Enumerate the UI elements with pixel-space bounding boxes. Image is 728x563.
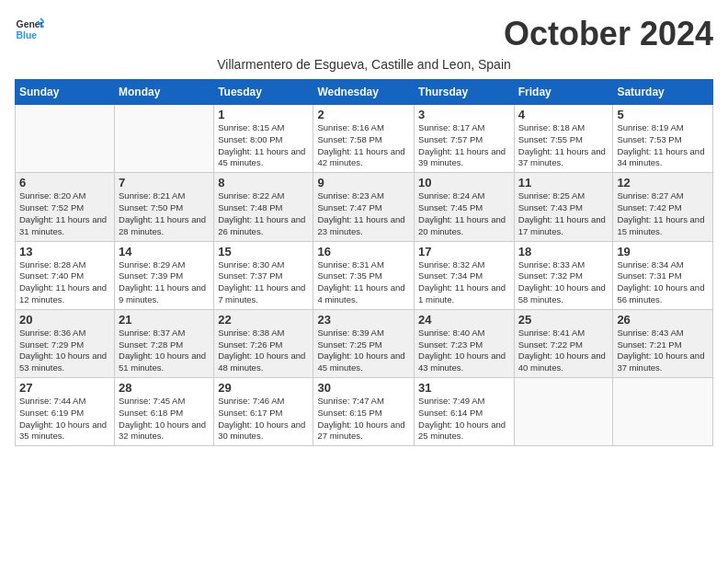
day-info: Sunrise: 8:23 AMSunset: 7:47 PMDaylight:… <box>317 190 410 237</box>
table-row: 18Sunrise: 8:33 AMSunset: 7:32 PMDayligh… <box>514 241 613 309</box>
day-number: 17 <box>418 245 510 259</box>
day-number: 2 <box>317 108 410 121</box>
day-number: 21 <box>119 313 210 327</box>
day-number: 26 <box>617 313 709 327</box>
day-number: 31 <box>418 381 510 395</box>
day-info: Sunrise: 8:33 AMSunset: 7:32 PMDaylight:… <box>518 259 609 306</box>
day-number: 9 <box>317 176 410 190</box>
day-info: Sunrise: 8:22 AMSunset: 7:48 PMDaylight:… <box>218 190 309 237</box>
table-row: 17Sunrise: 8:32 AMSunset: 7:34 PMDayligh… <box>415 241 515 309</box>
calendar-week-row: 27Sunrise: 7:44 AMSunset: 6:19 PMDayligh… <box>16 378 713 446</box>
day-number: 18 <box>518 245 609 259</box>
day-info: Sunrise: 8:20 AMSunset: 7:52 PMDaylight:… <box>19 190 110 237</box>
header-wednesday: Wednesday <box>313 80 415 105</box>
table-row: 23Sunrise: 8:39 AMSunset: 7:25 PMDayligh… <box>313 309 415 377</box>
day-number: 16 <box>317 245 410 259</box>
table-row: 20Sunrise: 8:36 AMSunset: 7:29 PMDayligh… <box>16 309 115 377</box>
day-info: Sunrise: 8:19 AMSunset: 7:53 PMDaylight:… <box>617 122 709 169</box>
day-info: Sunrise: 8:25 AMSunset: 7:43 PMDaylight:… <box>518 190 609 237</box>
table-row: 29Sunrise: 7:46 AMSunset: 6:17 PMDayligh… <box>214 378 313 446</box>
day-info: Sunrise: 8:29 AMSunset: 7:39 PMDaylight:… <box>119 259 210 306</box>
day-info: Sunrise: 8:27 AMSunset: 7:42 PMDaylight:… <box>617 190 709 237</box>
table-row: 27Sunrise: 7:44 AMSunset: 6:19 PMDayligh… <box>16 378 115 446</box>
calendar-table: Sunday Monday Tuesday Wednesday Thursday… <box>15 79 713 446</box>
table-row: 7Sunrise: 8:21 AMSunset: 7:50 PMDaylight… <box>115 173 214 241</box>
table-row: 25Sunrise: 8:41 AMSunset: 7:22 PMDayligh… <box>514 309 613 377</box>
day-number: 5 <box>617 108 709 121</box>
table-row: 6Sunrise: 8:20 AMSunset: 7:52 PMDaylight… <box>16 173 115 241</box>
table-row: 3Sunrise: 8:17 AMSunset: 7:57 PMDaylight… <box>415 105 515 173</box>
day-info: Sunrise: 7:44 AMSunset: 6:19 PMDaylight:… <box>19 396 110 442</box>
table-row: 5Sunrise: 8:19 AMSunset: 7:53 PMDaylight… <box>613 105 713 173</box>
day-number: 19 <box>617 245 709 259</box>
day-info: Sunrise: 8:32 AMSunset: 7:34 PMDaylight:… <box>418 259 510 306</box>
day-info: Sunrise: 7:45 AMSunset: 6:18 PMDaylight:… <box>119 396 210 442</box>
logo-icon: General Blue <box>15 15 44 44</box>
day-info: Sunrise: 8:17 AMSunset: 7:57 PMDaylight:… <box>418 122 510 169</box>
calendar-header-row: Sunday Monday Tuesday Wednesday Thursday… <box>16 80 713 105</box>
day-number: 6 <box>19 176 110 190</box>
table-row: 26Sunrise: 8:43 AMSunset: 7:21 PMDayligh… <box>613 309 713 377</box>
table-row <box>115 105 214 173</box>
header-friday: Friday <box>514 80 613 105</box>
day-number: 8 <box>218 176 309 190</box>
day-number: 24 <box>418 313 510 327</box>
day-number: 10 <box>418 176 510 190</box>
day-info: Sunrise: 8:31 AMSunset: 7:35 PMDaylight:… <box>317 259 410 306</box>
day-info: Sunrise: 8:15 AMSunset: 8:00 PMDaylight:… <box>218 122 309 169</box>
calendar-week-row: 13Sunrise: 8:28 AMSunset: 7:40 PMDayligh… <box>16 241 713 309</box>
month-title: October 2024 <box>504 15 713 53</box>
day-info: Sunrise: 8:24 AMSunset: 7:45 PMDaylight:… <box>418 190 510 237</box>
calendar-week-row: 6Sunrise: 8:20 AMSunset: 7:52 PMDaylight… <box>16 173 713 241</box>
day-number: 14 <box>119 245 210 259</box>
day-number: 22 <box>218 313 309 327</box>
table-row: 10Sunrise: 8:24 AMSunset: 7:45 PMDayligh… <box>415 173 515 241</box>
day-info: Sunrise: 8:18 AMSunset: 7:55 PMDaylight:… <box>518 122 609 169</box>
table-row: 8Sunrise: 8:22 AMSunset: 7:48 PMDaylight… <box>214 173 313 241</box>
day-number: 27 <box>19 381 110 395</box>
header-tuesday: Tuesday <box>214 80 313 105</box>
day-info: Sunrise: 8:21 AMSunset: 7:50 PMDaylight:… <box>119 190 210 237</box>
day-info: Sunrise: 8:34 AMSunset: 7:31 PMDaylight:… <box>617 259 709 306</box>
day-info: Sunrise: 8:43 AMSunset: 7:21 PMDaylight:… <box>617 327 709 374</box>
day-info: Sunrise: 8:40 AMSunset: 7:23 PMDaylight:… <box>418 327 510 374</box>
table-row: 30Sunrise: 7:47 AMSunset: 6:15 PMDayligh… <box>313 378 415 446</box>
table-row: 4Sunrise: 8:18 AMSunset: 7:55 PMDaylight… <box>514 105 613 173</box>
table-row: 16Sunrise: 8:31 AMSunset: 7:35 PMDayligh… <box>313 241 415 309</box>
day-info: Sunrise: 8:37 AMSunset: 7:28 PMDaylight:… <box>119 327 210 374</box>
table-row: 14Sunrise: 8:29 AMSunset: 7:39 PMDayligh… <box>115 241 214 309</box>
header-sunday: Sunday <box>16 80 115 105</box>
table-row <box>613 378 713 446</box>
calendar-week-row: 20Sunrise: 8:36 AMSunset: 7:29 PMDayligh… <box>16 309 713 377</box>
logo: General Blue <box>15 15 44 44</box>
day-info: Sunrise: 7:49 AMSunset: 6:14 PMDaylight:… <box>418 396 510 442</box>
svg-text:Blue: Blue <box>17 30 38 40</box>
day-info: Sunrise: 8:30 AMSunset: 7:37 PMDaylight:… <box>218 259 309 306</box>
table-row: 11Sunrise: 8:25 AMSunset: 7:43 PMDayligh… <box>514 173 613 241</box>
day-info: Sunrise: 8:28 AMSunset: 7:40 PMDaylight:… <box>19 259 110 306</box>
day-number: 28 <box>119 381 210 395</box>
calendar-subtitle: Villarmentero de Esgueva, Castille and L… <box>15 57 713 72</box>
table-row: 12Sunrise: 8:27 AMSunset: 7:42 PMDayligh… <box>613 173 713 241</box>
day-number: 11 <box>518 176 609 190</box>
day-info: Sunrise: 8:38 AMSunset: 7:26 PMDaylight:… <box>218 327 309 374</box>
day-number: 13 <box>19 245 110 259</box>
day-number: 25 <box>518 313 609 327</box>
day-info: Sunrise: 7:46 AMSunset: 6:17 PMDaylight:… <box>218 396 309 442</box>
day-number: 4 <box>518 108 609 121</box>
table-row <box>16 105 115 173</box>
day-info: Sunrise: 8:39 AMSunset: 7:25 PMDaylight:… <box>317 327 410 374</box>
header-saturday: Saturday <box>613 80 713 105</box>
day-number: 3 <box>418 108 510 121</box>
table-row: 22Sunrise: 8:38 AMSunset: 7:26 PMDayligh… <box>214 309 313 377</box>
table-row: 2Sunrise: 8:16 AMSunset: 7:58 PMDaylight… <box>313 105 415 173</box>
header: General Blue October 2024 <box>15 15 713 53</box>
day-info: Sunrise: 7:47 AMSunset: 6:15 PMDaylight:… <box>317 396 410 442</box>
table-row: 31Sunrise: 7:49 AMSunset: 6:14 PMDayligh… <box>415 378 515 446</box>
day-number: 30 <box>317 381 410 395</box>
table-row: 13Sunrise: 8:28 AMSunset: 7:40 PMDayligh… <box>16 241 115 309</box>
day-number: 1 <box>218 108 309 121</box>
table-row: 15Sunrise: 8:30 AMSunset: 7:37 PMDayligh… <box>214 241 313 309</box>
day-number: 15 <box>218 245 309 259</box>
day-number: 29 <box>218 381 309 395</box>
